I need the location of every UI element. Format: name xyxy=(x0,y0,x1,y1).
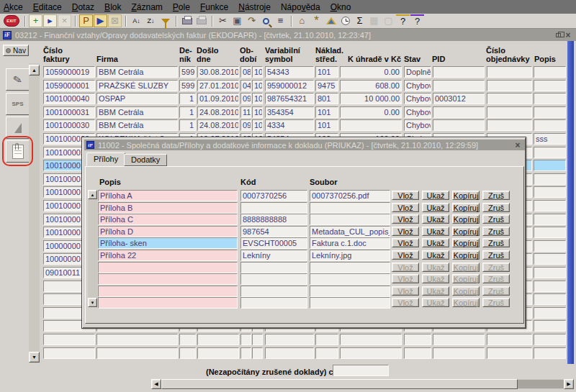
cell-vs[interactable] xyxy=(265,347,314,359)
cell-ns[interactable] xyxy=(315,334,338,345)
cancel-button[interactable]: Zruš xyxy=(482,214,510,224)
cell-pid[interactable] xyxy=(433,119,485,131)
cell-doslo[interactable]: 30.08.2010 xyxy=(197,66,239,78)
show-button[interactable]: Ukaž xyxy=(422,227,449,236)
cell-obj[interactable] xyxy=(487,93,532,104)
cell-popis[interactable] xyxy=(534,106,566,118)
organization-icon[interactable]: ⌂ xyxy=(295,14,309,27)
copy-button[interactable]: Kopíruj xyxy=(452,191,480,200)
cell-vs[interactable]: 54343 xyxy=(265,66,314,78)
cell-stav[interactable] xyxy=(404,347,431,359)
cell-doslo[interactable]: 01.09.2010 xyxy=(197,93,239,104)
cell-cislo[interactable]: 1059000001 xyxy=(43,80,95,91)
cell-cislo[interactable]: 1059000019 xyxy=(43,66,95,78)
cell-popis[interactable] xyxy=(534,147,566,158)
show-button[interactable]: Ukaž xyxy=(422,238,449,247)
cell-ns[interactable] xyxy=(315,347,338,359)
cancel-button[interactable]: Zruš xyxy=(482,203,510,212)
attachment-popis-field[interactable]: Příloha A xyxy=(98,190,238,201)
cell-popis[interactable] xyxy=(534,347,566,359)
cell-popis[interactable] xyxy=(534,307,566,319)
cell-popis[interactable] xyxy=(534,293,566,305)
close-button[interactable]: × xyxy=(563,30,573,40)
cell-popis[interactable] xyxy=(534,200,566,211)
cell-obj[interactable] xyxy=(487,66,532,78)
dialog-scrollbar[interactable] xyxy=(88,190,97,301)
cell-pid[interactable] xyxy=(433,106,485,118)
cell-vs[interactable]: 959000012 xyxy=(265,80,314,91)
cell-firma[interactable]: BBM Cetrála xyxy=(96,106,178,118)
attachment-soubor-field[interactable]: Lekníny.jpg xyxy=(310,250,390,261)
cell-uhrada[interactable] xyxy=(340,119,402,131)
cell-firma[interactable] xyxy=(96,347,178,359)
cell-popis[interactable] xyxy=(534,240,566,252)
cell-vs[interactable]: 4334 xyxy=(265,119,314,131)
enter-query-icon[interactable]: P xyxy=(79,14,93,27)
cell-firma[interactable]: BBM Cetrála xyxy=(96,66,178,78)
attachment-soubor-field[interactable] xyxy=(310,297,390,309)
cell-doslo[interactable]: 27.01.2010 xyxy=(197,80,239,91)
attachment-popis-field[interactable] xyxy=(98,297,238,309)
attachment-popis-field[interactable] xyxy=(98,286,238,297)
attachment-popis-field[interactable]: Příloha B xyxy=(98,202,238,214)
cancel-button[interactable]: Zruš xyxy=(482,227,510,236)
cell-obj[interactable] xyxy=(487,106,532,118)
copy-icon[interactable]: ▣ xyxy=(230,14,244,27)
cell-stav[interactable]: Chybový xyxy=(404,93,431,104)
restore-button[interactable] xyxy=(553,30,563,40)
copy-record-icon[interactable]: ▸ xyxy=(43,14,57,27)
attachment-popis-field[interactable] xyxy=(98,273,238,285)
show-button[interactable]: Ukaž xyxy=(422,191,449,200)
cell-ob2[interactable]: 10 xyxy=(252,66,263,78)
cell-doslo[interactable]: 24.08.2010 xyxy=(197,119,239,131)
attachment-popis-field[interactable]: Příloha 22 xyxy=(98,250,238,261)
cell-ns[interactable]: 101 xyxy=(315,106,338,118)
cell-denik[interactable] xyxy=(179,347,196,359)
horizontal-scroll-track[interactable] xyxy=(518,380,564,388)
insert-button[interactable]: Vlož xyxy=(392,214,419,224)
clock-icon[interactable] xyxy=(338,14,352,27)
cell-ns[interactable]: 9475 xyxy=(315,80,338,91)
dialog-scroll-up-button[interactable]: ▲ xyxy=(88,190,97,199)
copy-button[interactable]: Kopíruj xyxy=(452,214,480,224)
menu-akce[interactable]: Akce xyxy=(4,2,29,12)
cell-uhrada[interactable] xyxy=(340,347,402,359)
execute-query-icon[interactable]: ▶ xyxy=(94,14,107,27)
cell-uhrada[interactable] xyxy=(340,334,402,345)
show-button[interactable]: Ukaž xyxy=(422,250,449,260)
record-scrollbar[interactable] xyxy=(29,63,40,363)
cell-uhrada[interactable]: 10 000.00 xyxy=(340,93,402,104)
sps-button[interactable]: SPS xyxy=(6,93,30,115)
cell-stav[interactable] xyxy=(404,334,431,345)
cell-popis[interactable] xyxy=(534,214,566,225)
cell-stav[interactable]: Chybový xyxy=(404,106,431,118)
cell-popis[interactable]: sss xyxy=(534,133,566,145)
list-values-icon[interactable]: ≡ xyxy=(274,14,287,27)
attachment-kod-field[interactable]: 987654 xyxy=(240,226,307,237)
cell-popis[interactable] xyxy=(534,320,566,332)
copy-button[interactable]: Kopíruj xyxy=(452,238,480,247)
attachment-soubor-field[interactable]: Faktura c.1.doc xyxy=(310,237,390,249)
tab-dodatky[interactable]: Dodatky xyxy=(124,154,167,166)
cell-obj[interactable] xyxy=(487,347,532,359)
cut-icon[interactable]: ✂ xyxy=(216,14,230,27)
cell-denik[interactable] xyxy=(179,334,196,345)
cell-popis[interactable] xyxy=(534,160,566,171)
attachment-soubor-field[interactable]: 0007370256.pdf xyxy=(310,190,390,201)
cell-popis[interactable] xyxy=(534,267,566,278)
cell-denik[interactable]: 599 xyxy=(179,80,196,91)
cell-vs[interactable]: 354354 xyxy=(265,106,314,118)
cell-ns[interactable]: 101 xyxy=(315,119,338,131)
cell-denik[interactable]: 1 xyxy=(179,106,196,118)
insert-button[interactable]: Vlož xyxy=(392,250,419,260)
horizontal-scroll-thumb[interactable] xyxy=(161,379,518,389)
sort-ascending-icon[interactable]: A↓ xyxy=(130,14,143,27)
cell-ob1[interactable]: 09 xyxy=(240,93,251,104)
dialog-close-icon[interactable]: × xyxy=(513,141,523,150)
cell-cislo[interactable]: 1001000040 xyxy=(43,93,95,104)
attachment-popis-field[interactable]: Příloha C xyxy=(98,214,238,225)
cell-ns[interactable]: 801 xyxy=(315,93,338,104)
attachment-soubor-field[interactable] xyxy=(310,214,390,225)
cell-obj[interactable] xyxy=(487,334,532,345)
menu-zznam[interactable]: Záznam xyxy=(131,2,168,12)
